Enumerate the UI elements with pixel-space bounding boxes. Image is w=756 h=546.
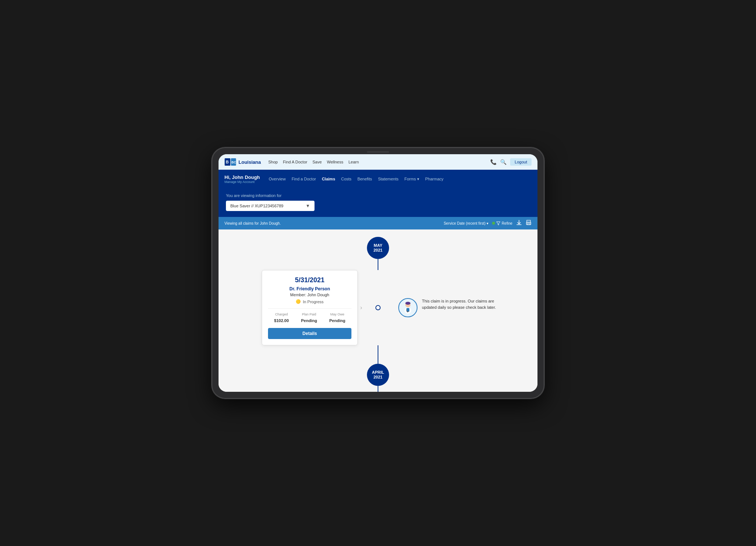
svg-text:BC: BC [231, 160, 236, 164]
timeline-line-after-april [378, 386, 378, 392]
member-nav: Hi, John Dough Manage My Account Overvie… [219, 170, 537, 188]
plan-paid-label: Plan Paid [301, 312, 317, 316]
print-icon[interactable] [526, 220, 532, 227]
doctor-avatar-icon [401, 301, 415, 314]
plan-selector-text: Blue Saver // XUP123456789 [230, 204, 306, 208]
nav-benefits[interactable]: Benefits [357, 177, 372, 182]
sort-button[interactable]: Service Date (recent first) ▾ [444, 221, 488, 225]
plan-paid-col: Plan Paid Pending [301, 312, 317, 324]
manage-account-link[interactable]: Manage My Account [224, 180, 260, 184]
april-month-bubble: APRIL 2021 [367, 364, 389, 386]
may-year-label: 2021 [374, 248, 382, 253]
claim-info-right: This claim is in progress. Our claims ar… [398, 298, 502, 317]
april-year-label: 2021 [374, 375, 382, 380]
claim-doctor: Dr. Friendly Person [268, 286, 351, 291]
timeline-center [365, 305, 391, 310]
details-button[interactable]: Details [268, 328, 351, 339]
may-owe-label: May Owe [329, 312, 345, 316]
plan-selector[interactable]: Blue Saver // XUP123456789 ▼ [226, 201, 315, 211]
doctor-avatar [398, 298, 417, 317]
member-nav-links: Overview Find a Doctor Claims Costs Bene… [269, 177, 443, 182]
sort-label: Service Date (recent first) ▾ [444, 221, 488, 225]
may-owe-col: May Owe Pending [329, 312, 345, 324]
bcbs-logo-icon: B BC [224, 158, 236, 166]
viewing-info-text: You are viewing information for [226, 193, 530, 198]
svg-text:B: B [226, 160, 229, 164]
filter-active-icon [492, 222, 495, 225]
search-icon[interactable]: 🔍 [500, 159, 506, 165]
top-nav: B BC Louisiana Shop Find A Doctor Save W… [219, 154, 537, 170]
logo-text: Louisiana [238, 159, 261, 165]
top-nav-right: 📞 🔍 Logout [490, 158, 532, 166]
plan-paid-value: Pending [301, 318, 317, 323]
claim-date: 5/31/2021 [268, 276, 351, 284]
nav-wellness[interactable]: Wellness [327, 160, 343, 164]
nav-costs[interactable]: Costs [341, 177, 351, 182]
member-name: Hi, John Dough [224, 174, 260, 180]
card-chevron-icon: › [360, 304, 362, 311]
main-content: MAY 2021 5/31/2021 Dr. Friendly Person [219, 229, 537, 392]
filter-viewing-text: Viewing all claims for John Dough. [224, 221, 444, 225]
claim-member: Member: John Dough [268, 293, 351, 297]
charged-col: Charged $102.00 [274, 312, 289, 324]
timeline-left: 5/31/2021 Dr. Friendly Person Member: Jo… [219, 270, 365, 345]
claim-card: 5/31/2021 Dr. Friendly Person Member: Jo… [262, 270, 358, 345]
tablet-frame: B BC Louisiana Shop Find A Doctor Save W… [212, 148, 544, 398]
timeline-right: This claim is in progress. Our claims ar… [391, 298, 537, 317]
logout-button[interactable]: Logout [510, 158, 532, 166]
member-info: Hi, John Dough Manage My Account [224, 174, 260, 184]
nav-forms[interactable]: Forms ▾ [405, 177, 419, 182]
refine-button[interactable]: Refine [492, 221, 512, 225]
timeline-container: MAY 2021 5/31/2021 Dr. Friendly Person [219, 229, 537, 392]
may-owe-value: Pending [329, 318, 345, 323]
nav-statements[interactable]: Statements [378, 177, 399, 182]
may-timeline-segment: MAY 2021 [367, 237, 389, 270]
top-nav-links: Shop Find A Doctor Save Wellness Learn [268, 160, 491, 164]
status-icon: 🟡 [296, 299, 301, 304]
may-month-label: MAY [374, 243, 382, 248]
charged-label: Charged [274, 312, 289, 316]
nav-save[interactable]: Save [312, 160, 322, 164]
nav-overview[interactable]: Overview [269, 177, 286, 182]
filter-bar: Viewing all claims for John Dough. Servi… [219, 217, 537, 229]
screen: B BC Louisiana Shop Find A Doctor Save W… [219, 154, 537, 392]
claim-status: 🟡 In Progress [268, 299, 351, 304]
info-bar: You are viewing information for Blue Sav… [219, 188, 537, 217]
chevron-down-icon: ▼ [306, 203, 310, 208]
download-icon[interactable] [516, 220, 522, 227]
nav-find-doctor[interactable]: Find A Doctor [283, 160, 307, 164]
svg-rect-6 [527, 224, 530, 225]
nav-find-doctor-member[interactable]: Find a Doctor [292, 177, 316, 182]
april-timeline-segment: APRIL 2021 [367, 345, 389, 392]
status-text: In Progress [303, 300, 323, 304]
phone-icon[interactable]: 📞 [490, 159, 496, 165]
nav-shop[interactable]: Shop [268, 160, 278, 164]
nav-pharmacy[interactable]: Pharmacy [425, 177, 444, 182]
logo-area: B BC Louisiana [224, 158, 261, 166]
timeline-dot [375, 305, 381, 310]
timeline-line-bottom [378, 345, 378, 364]
charged-value: $102.00 [274, 318, 289, 323]
timeline-line-top [378, 259, 378, 270]
nav-learn[interactable]: Learn [348, 160, 359, 164]
filter-right: Service Date (recent first) ▾ Refine [444, 220, 532, 227]
svg-point-8 [405, 302, 410, 305]
svg-point-11 [407, 311, 408, 312]
filter-icon [496, 221, 501, 225]
refine-label: Refine [502, 221, 512, 225]
claim-amounts: Charged $102.00 Plan Paid Pending May Ow… [268, 308, 351, 324]
nav-claims[interactable]: Claims [322, 177, 335, 182]
claim-info-text: This claim is in progress. Our claims ar… [422, 298, 502, 310]
april-month-label: APRIL [372, 370, 384, 375]
may-month-bubble: MAY 2021 [367, 237, 389, 259]
claim-row: 5/31/2021 Dr. Friendly Person Member: Jo… [219, 270, 537, 345]
